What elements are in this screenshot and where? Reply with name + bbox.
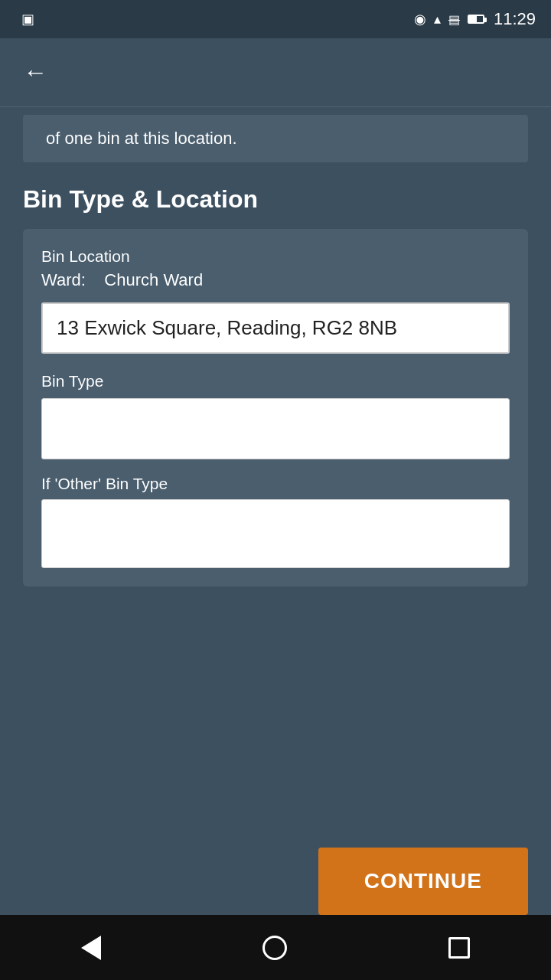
ward-value: Church Ward [104,270,203,289]
location-icon: ◉ [414,11,426,28]
address-display: 13 Exwick Square, Reading, RG2 8NB [41,302,510,354]
battery-icon [468,15,484,24]
back-button[interactable]: ← [15,51,55,94]
signal-off-icon: ▤ [448,12,460,27]
hint-text: of one bin at this location. [46,129,505,149]
bin-type-label: Bin Type [41,372,510,390]
ward-row: Ward: Church Ward [41,270,510,290]
top-nav: ← [0,38,551,107]
android-nav-bar [0,915,551,980]
continue-btn-container: CONTINUE [318,848,528,915]
other-bin-label: If 'Other' Bin Type [41,475,510,493]
main-content: Bin Type & Location Bin Location Ward: C… [0,162,551,586]
home-nav-icon[interactable] [262,936,287,960]
other-bin-input[interactable] [41,499,510,568]
section-title: Bin Type & Location [23,185,528,214]
back-nav-icon[interactable] [81,936,101,960]
form-card: Bin Location Ward: Church Ward 13 Exwick… [23,229,528,586]
other-bin-section: If 'Other' Bin Type [41,475,510,568]
hint-bar: of one bin at this location. [23,115,528,162]
status-time: 11:29 [494,9,536,29]
continue-button[interactable]: CONTINUE [318,848,528,915]
ward-label: Ward: [41,270,86,289]
bin-type-input[interactable] [41,398,510,459]
recents-nav-icon[interactable] [448,937,470,959]
status-bar: ▣ ◉ ▴ ▤ 11:29 [0,0,551,38]
bin-location-label: Bin Location [41,247,510,266]
wifi-icon: ▴ [434,11,441,28]
bin-type-section: Bin Type [41,372,510,459]
